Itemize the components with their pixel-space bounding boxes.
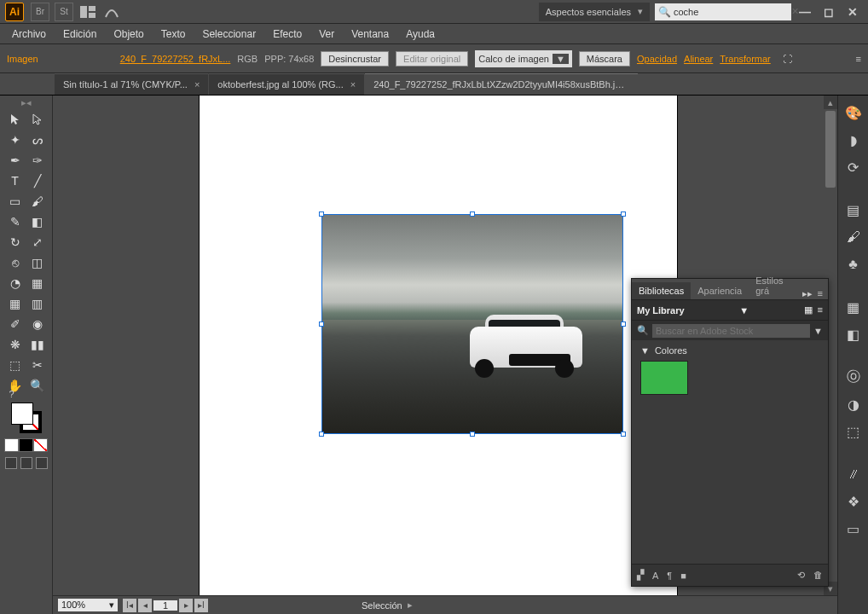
chevron-right-icon[interactable]: ▸ xyxy=(408,600,413,611)
artboard[interactable] xyxy=(200,96,677,595)
curvature-tool[interactable]: ✑ xyxy=(26,150,49,171)
stock-search-input[interactable] xyxy=(674,7,791,17)
scale-tool[interactable]: ⤢ xyxy=(26,232,49,252)
close-icon[interactable]: × xyxy=(350,79,356,90)
menu-efecto[interactable]: Efecto xyxy=(264,24,310,43)
free-transform-tool[interactable]: ◫ xyxy=(26,252,49,273)
doc-tab-3[interactable]: 240_F_79227252_fRJxLbLtXZzw2D2tyyuMI4i58… xyxy=(365,73,638,95)
pencil-tool[interactable]: ✎ xyxy=(4,211,26,232)
selection-handle[interactable] xyxy=(319,432,324,437)
shape-builder-tool[interactable]: ◔ xyxy=(4,273,26,293)
gpu-perf-icon[interactable] xyxy=(102,3,121,21)
align-link[interactable]: Alinear xyxy=(684,54,713,64)
gradient-panel-icon[interactable]: ◧ xyxy=(843,324,864,345)
panel-menu-icon[interactable]: ≡ xyxy=(856,54,861,64)
menu-ayuda[interactable]: Ayuda xyxy=(397,24,443,43)
grid-view-icon[interactable]: ▦ xyxy=(804,304,813,316)
rectangle-tool[interactable]: ▭ xyxy=(4,191,26,211)
add-text-style-icon[interactable]: A xyxy=(652,571,658,581)
cc-libraries-icon[interactable]: ⓞ xyxy=(843,367,864,387)
disclosure-triangle-icon[interactable]: ▼ xyxy=(640,345,650,356)
layers-panel-icon[interactable]: ❖ xyxy=(843,491,864,512)
add-paragraph-style-icon[interactable]: ¶ xyxy=(667,571,672,581)
color-mode-toggles[interactable] xyxy=(4,438,49,452)
appearance-panel-icon[interactable]: ◑ xyxy=(843,394,864,414)
clear-search-icon[interactable]: ✕ xyxy=(791,6,799,17)
color-panel-icon[interactable]: 🎨 xyxy=(843,102,864,123)
menu-edicion[interactable]: Edición xyxy=(55,24,105,43)
panel-grip[interactable]: ▸◂ xyxy=(5,99,48,106)
width-tool[interactable]: ⎋ xyxy=(4,252,26,273)
image-trace-dropdown[interactable]: Calco de imagen▼ xyxy=(475,50,571,67)
brushes-panel-icon[interactable]: 🖌 xyxy=(843,227,864,247)
align-panel-icon[interactable]: ⫽ xyxy=(843,464,864,484)
line-tool[interactable]: ╱ xyxy=(26,171,49,191)
draw-mode-toggles[interactable] xyxy=(4,457,49,474)
close-button[interactable]: ✕ xyxy=(842,3,863,21)
tab-bibliotecas[interactable]: Bibliotecas xyxy=(632,282,691,299)
artboards-panel-icon[interactable]: ▭ xyxy=(843,518,864,539)
linked-file-link[interactable]: 240_F_79227252_fRJxL... xyxy=(120,54,231,64)
artboard-tool[interactable]: ⬚ xyxy=(4,355,26,375)
workspace-switcher[interactable]: Aspectos esenciales ▾ xyxy=(539,3,650,21)
scroll-up-icon[interactable]: ▴ xyxy=(824,96,837,109)
transparency-panel-icon[interactable]: ▦ xyxy=(843,297,864,317)
library-search-input[interactable] xyxy=(652,324,810,338)
menu-objeto[interactable]: Objeto xyxy=(105,24,152,43)
opacity-link[interactable]: Opacidad xyxy=(637,54,677,64)
tab-estilos-graficos[interactable]: Estilos grá xyxy=(749,272,801,299)
swatches-panel-icon[interactable]: ⟳ xyxy=(843,157,864,177)
transform-link[interactable]: Transformar xyxy=(720,54,771,64)
stock-search[interactable]: 🔍 ✕ xyxy=(655,3,791,20)
zoom-tool[interactable]: 🔍 xyxy=(26,375,49,396)
fill-swatch[interactable] xyxy=(11,403,33,425)
arrange-docs-icon[interactable] xyxy=(78,3,97,21)
selection-handle[interactable] xyxy=(621,321,626,327)
color-guide-panel-icon[interactable]: ◗ xyxy=(843,130,864,150)
selection-handle[interactable] xyxy=(621,432,626,437)
blend-tool[interactable]: ◉ xyxy=(26,314,49,334)
menu-ventana[interactable]: Ventana xyxy=(343,24,397,43)
graph-tool[interactable]: ▮▮ xyxy=(26,334,49,355)
collapse-panel-icon[interactable]: ▸▸ xyxy=(802,288,813,299)
color-swatch-green[interactable] xyxy=(640,361,688,395)
close-icon[interactable]: × xyxy=(194,79,200,90)
unembed-button[interactable]: Desincrustar xyxy=(321,51,389,67)
selection-handle[interactable] xyxy=(470,432,475,437)
stock-icon[interactable]: St xyxy=(55,3,73,21)
last-artboard-button[interactable]: ▸I xyxy=(194,599,208,612)
stroke-panel-icon[interactable]: ▤ xyxy=(843,200,864,220)
menu-archivo[interactable]: Archivo xyxy=(3,24,55,43)
eyedropper-tool[interactable]: ✐ xyxy=(4,314,26,334)
menu-seleccionar[interactable]: Seleccionar xyxy=(194,24,264,43)
magic-wand-tool[interactable]: ✦ xyxy=(4,130,26,150)
artboard-number[interactable]: 1 xyxy=(153,600,177,611)
eraser-tool[interactable]: ◧ xyxy=(26,211,49,232)
delete-icon[interactable]: 🗑 xyxy=(813,570,823,581)
add-graphic-icon[interactable]: ▞ xyxy=(637,570,644,581)
selection-handle[interactable] xyxy=(319,211,324,217)
zoom-field[interactable]: 100%▾ xyxy=(58,599,118,611)
lasso-tool[interactable]: ᔕ xyxy=(26,130,49,150)
doc-tab-1[interactable]: Sin título-1 al 71% (CMYK/P...× xyxy=(55,73,208,95)
pen-tool[interactable]: ✒ xyxy=(4,150,26,171)
next-artboard-button[interactable]: ▸ xyxy=(179,599,193,612)
maximize-button[interactable]: ◻ xyxy=(819,3,839,21)
stock-link-icon[interactable]: ⟲ xyxy=(797,570,805,581)
gradient-tool[interactable]: ▥ xyxy=(26,293,49,314)
menu-texto[interactable]: Texto xyxy=(153,24,194,43)
perspective-tool[interactable]: ▦ xyxy=(26,273,49,293)
menu-ver[interactable]: Ver xyxy=(310,24,343,43)
direct-selection-tool[interactable] xyxy=(26,109,49,130)
library-selector[interactable]: My Library ▼ ▦≡ xyxy=(632,299,828,320)
panel-menu-icon[interactable]: ≡ xyxy=(818,288,823,299)
graphic-styles-panel-icon[interactable]: ⬚ xyxy=(843,421,864,442)
slice-tool[interactable]: ✂ xyxy=(26,355,49,375)
selection-handle[interactable] xyxy=(319,321,324,327)
selection-handle[interactable] xyxy=(621,211,626,217)
list-view-icon[interactable]: ≡ xyxy=(818,304,823,316)
hand-tool[interactable]: ✋ xyxy=(4,375,26,396)
paintbrush-tool[interactable]: 🖌 xyxy=(26,191,49,211)
chevron-down-icon[interactable]: ▼ xyxy=(813,326,823,336)
bridge-icon[interactable]: Br xyxy=(31,3,49,21)
